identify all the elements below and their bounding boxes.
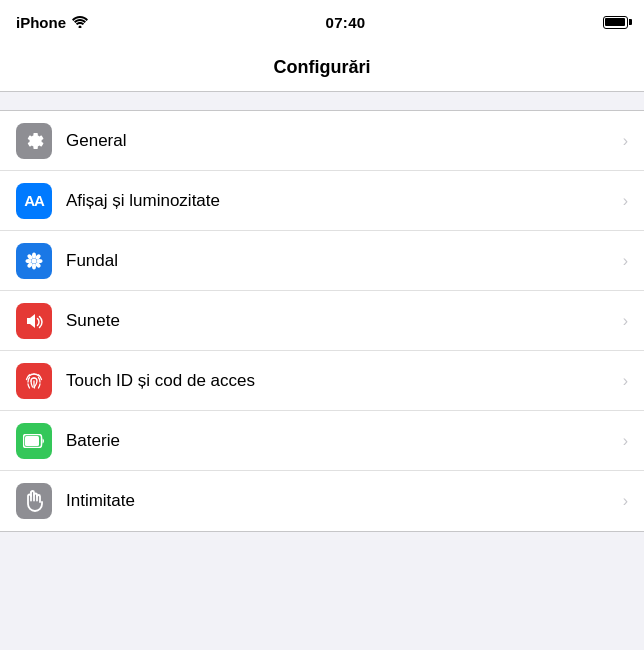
status-left: iPhone [16, 14, 88, 31]
settings-item-touchid[interactable]: Touch ID și cod de acces › [0, 351, 644, 411]
page-title: Configurări [274, 57, 371, 78]
sounds-chevron: › [623, 312, 628, 330]
display-icon-wrap: AA [16, 183, 52, 219]
privacy-label: Intimitate [66, 491, 623, 511]
settings-item-sounds[interactable]: Sunete › [0, 291, 644, 351]
display-chevron: › [623, 192, 628, 210]
status-right [603, 16, 628, 29]
display-label: Afișaj și luminozitate [66, 191, 623, 211]
touchid-icon-wrap [16, 363, 52, 399]
flower-icon [23, 250, 45, 272]
privacy-chevron: › [623, 492, 628, 510]
svg-point-3 [32, 263, 36, 269]
wallpaper-label: Fundal [66, 251, 623, 271]
svg-point-1 [32, 258, 37, 263]
wifi-icon [72, 14, 88, 31]
svg-point-5 [37, 259, 43, 263]
svg-point-0 [79, 25, 82, 28]
speaker-icon [23, 310, 45, 332]
battery-label: Baterie [66, 431, 623, 451]
aa-icon: AA [24, 192, 44, 209]
device-name: iPhone [16, 14, 66, 31]
battery-chevron: › [623, 432, 628, 450]
settings-item-wallpaper[interactable]: Fundal › [0, 231, 644, 291]
hand-icon [24, 490, 44, 512]
settings-item-display[interactable]: AA Afișaj și luminozitate › [0, 171, 644, 231]
sounds-icon-wrap [16, 303, 52, 339]
general-label: General [66, 131, 623, 151]
settings-item-privacy[interactable]: Intimitate › [0, 471, 644, 531]
battery-fill [605, 18, 625, 26]
settings-list: General › AA Afișaj și luminozitate › Fu… [0, 110, 644, 532]
status-bar: iPhone 07:40 [0, 0, 644, 44]
wallpaper-chevron: › [623, 252, 628, 270]
svg-rect-11 [25, 436, 39, 446]
sounds-label: Sunete [66, 311, 623, 331]
touchid-label: Touch ID și cod de acces [66, 371, 623, 391]
svg-point-4 [26, 259, 32, 263]
svg-point-2 [32, 252, 36, 258]
general-chevron: › [623, 132, 628, 150]
fingerprint-icon [23, 370, 45, 392]
nav-bar: Configurări [0, 44, 644, 92]
touchid-chevron: › [623, 372, 628, 390]
status-time: 07:40 [326, 14, 366, 31]
settings-item-general[interactable]: General › [0, 111, 644, 171]
settings-item-battery[interactable]: Baterie › [0, 411, 644, 471]
privacy-icon-wrap [16, 483, 52, 519]
battery-setting-icon [23, 434, 45, 448]
wallpaper-icon-wrap [16, 243, 52, 279]
gear-icon [23, 130, 45, 152]
general-icon-wrap [16, 123, 52, 159]
battery-icon-wrap [16, 423, 52, 459]
battery-icon [603, 16, 628, 29]
